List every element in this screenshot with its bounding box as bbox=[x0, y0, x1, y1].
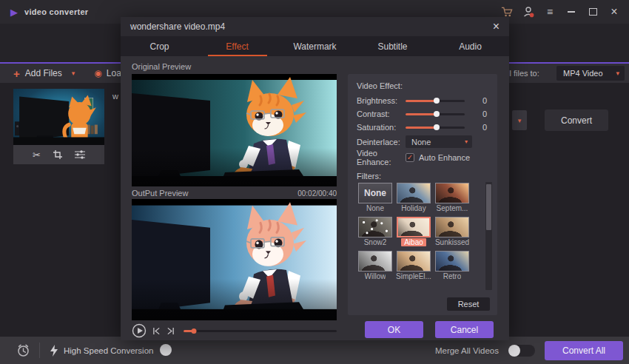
window-close-icon[interactable]: × bbox=[608, 6, 620, 18]
add-files-chevron-down-icon[interactable]: ▾ bbox=[72, 70, 75, 77]
minimize-icon[interactable] bbox=[565, 6, 577, 18]
tab-watermark[interactable]: Watermark bbox=[276, 36, 354, 56]
video-enhance-label: Video Enhance: bbox=[357, 149, 406, 166]
convert-all-files-to-label: ll files to: bbox=[508, 64, 539, 83]
saturation-slider-thumb[interactable] bbox=[434, 124, 440, 130]
original-preview-label: Original Preview bbox=[132, 62, 191, 71]
clipped-filename-text: w bbox=[112, 92, 118, 101]
next-frame-icon[interactable] bbox=[166, 327, 175, 335]
output-format-dropdown[interactable]: MP4 Video ▾ bbox=[556, 66, 625, 81]
contrast-slider-thumb[interactable] bbox=[434, 111, 440, 117]
effect-dialog: wondershare video.mp4 × Crop Effect Wate… bbox=[121, 17, 509, 340]
ok-button[interactable]: OK bbox=[365, 321, 423, 338]
filters-grid: None None Holiday Septem... Snow2 bbox=[357, 183, 472, 285]
filter-item-aibao[interactable]: Aibao bbox=[395, 217, 432, 251]
effects-sliders-icon[interactable] bbox=[75, 150, 85, 159]
filter-item-willow[interactable]: Willow bbox=[357, 251, 394, 285]
tab-audio[interactable]: Audio bbox=[431, 36, 509, 56]
schedule-clock-icon[interactable] bbox=[16, 343, 30, 360]
store-cart-icon[interactable] bbox=[501, 6, 513, 18]
saturation-label: Saturation: bbox=[357, 123, 406, 132]
maximize-icon[interactable] bbox=[587, 6, 599, 18]
filter-item-none[interactable]: None None bbox=[357, 183, 394, 217]
deinterlace-label: Deinterlace: bbox=[357, 138, 406, 146]
output-preview-video bbox=[132, 199, 337, 320]
reset-button[interactable]: Reset bbox=[447, 297, 490, 311]
tab-effect[interactable]: Effect bbox=[198, 36, 276, 56]
app-title: video converter bbox=[24, 7, 88, 16]
contrast-label: Contrast: bbox=[357, 109, 406, 118]
crop-icon[interactable] bbox=[53, 150, 62, 159]
dialog-title: wondershare video.mp4 bbox=[130, 21, 225, 32]
filters-scrollbar-thumb[interactable] bbox=[486, 184, 491, 230]
saturation-value: 0 bbox=[482, 123, 488, 132]
filters-section-label: Filters: bbox=[357, 172, 488, 183]
tab-crop[interactable]: Crop bbox=[121, 36, 198, 56]
convert-button[interactable]: Convert bbox=[545, 109, 608, 131]
brightness-slider[interactable] bbox=[406, 98, 465, 104]
video-list-item[interactable]: ✂ bbox=[13, 89, 104, 164]
deinterlace-value: None bbox=[411, 138, 431, 146]
dialog-body: Original Preview bbox=[121, 56, 509, 340]
output-preview-label: OutPut Preview bbox=[132, 189, 188, 198]
play-button[interactable] bbox=[132, 323, 147, 338]
deinterlace-dropdown[interactable]: None ▾ bbox=[406, 135, 472, 148]
item-format-dropdown-button[interactable]: ▾ bbox=[512, 110, 527, 130]
video-enhance-row: Video Enhance: ✓ Auto Enhance bbox=[357, 149, 488, 165]
video-effect-panel: Video Effect: Brightness: 0 Contrast: bbox=[348, 74, 497, 315]
merge-all-videos-toggle[interactable] bbox=[508, 345, 535, 357]
playback-controls bbox=[132, 323, 337, 338]
contrast-slider[interactable] bbox=[406, 111, 465, 117]
merge-all-videos-label: Merge All Videos bbox=[435, 346, 499, 355]
add-files-button[interactable]: Add Files bbox=[25, 68, 62, 78]
filter-item-holiday[interactable]: Holiday bbox=[395, 183, 432, 217]
brightness-row: Brightness: 0 bbox=[357, 94, 488, 107]
deinterlace-row: Deinterlace: None ▾ bbox=[357, 134, 488, 149]
lightning-bolt-icon bbox=[50, 345, 58, 359]
filter-item-september[interactable]: Septem... bbox=[434, 183, 471, 217]
tab-subtitle[interactable]: Subtitle bbox=[354, 36, 431, 56]
load-disc-icon[interactable]: ◉ bbox=[94, 68, 101, 78]
video-thumbnail bbox=[13, 89, 104, 145]
check-icon: ✓ bbox=[407, 154, 413, 161]
filters-scrollbar[interactable] bbox=[485, 182, 492, 290]
account-icon[interactable] bbox=[522, 6, 534, 18]
dialog-close-icon[interactable]: × bbox=[493, 21, 500, 32]
deinterlace-chevron-down-icon: ▾ bbox=[465, 138, 468, 145]
cancel-button[interactable]: Cancel bbox=[435, 321, 494, 338]
contrast-row: Contrast: 0 bbox=[357, 107, 488, 121]
timecode-label: 00:02/00:40 bbox=[297, 189, 337, 198]
add-files-plus-icon[interactable]: + bbox=[13, 67, 20, 80]
contrast-value: 0 bbox=[482, 109, 488, 118]
dialog-tab-bar: Crop Effect Watermark Subtitle Audio bbox=[121, 36, 509, 56]
saturation-slider[interactable] bbox=[406, 124, 465, 130]
output-format-value: MP4 Video bbox=[563, 69, 603, 78]
filter-item-simpleelegance[interactable]: SimpleEl... bbox=[395, 251, 432, 285]
trim-scissors-icon[interactable]: ✂ bbox=[33, 150, 41, 160]
video-item-toolbar: ✂ bbox=[13, 145, 104, 164]
video-effect-section-label: Video Effect: bbox=[357, 81, 488, 94]
format-chevron-down-icon: ▾ bbox=[616, 70, 619, 77]
original-preview-video bbox=[132, 74, 337, 186]
saturation-row: Saturation: 0 bbox=[357, 121, 488, 134]
bottom-bar: High Speed Conversion Merge All Videos C… bbox=[0, 337, 629, 364]
high-speed-conversion-label: High Speed Conversion bbox=[64, 337, 153, 364]
seek-slider[interactable] bbox=[184, 328, 337, 334]
previous-frame-icon[interactable] bbox=[152, 327, 161, 335]
menu-icon[interactable]: ≡ bbox=[544, 6, 556, 18]
seek-thumb[interactable] bbox=[192, 328, 197, 334]
app-logo-play-icon: ▶ bbox=[10, 7, 18, 18]
bottom-bar-divider bbox=[39, 343, 40, 358]
brightness-slider-thumb[interactable] bbox=[434, 98, 440, 104]
app-window: ▶ video converter ≡ × + Add Files ▾ ◉ Lo… bbox=[0, 0, 629, 364]
filter-item-sunkissed[interactable]: Sunkissed bbox=[434, 217, 471, 251]
filter-item-snow2[interactable]: Snow2 bbox=[357, 217, 394, 251]
auto-enhance-checkbox-label: Auto Enhance bbox=[419, 153, 470, 162]
dialog-titlebar: wondershare video.mp4 × bbox=[121, 17, 509, 36]
convert-all-button[interactable]: Convert All bbox=[545, 341, 623, 360]
brightness-label: Brightness: bbox=[357, 96, 406, 105]
brightness-value: 0 bbox=[482, 96, 488, 105]
auto-enhance-checkbox[interactable]: ✓ bbox=[406, 153, 414, 162]
filter-item-retro[interactable]: Retro bbox=[434, 251, 471, 285]
